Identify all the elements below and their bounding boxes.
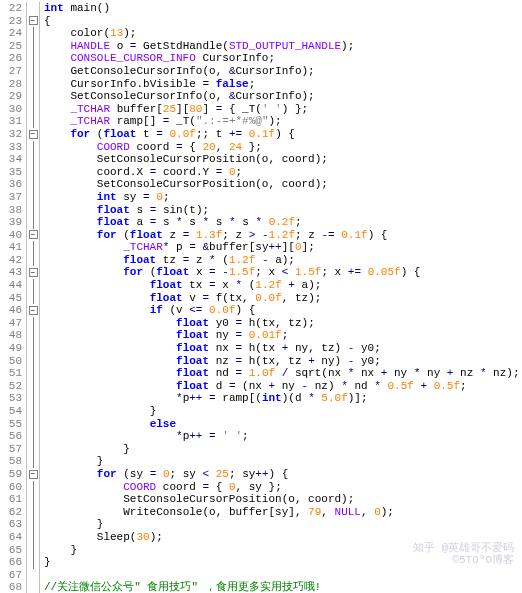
code-line[interactable]: float nd = 1.0f / sqrt(nx * nx + ny * ny… bbox=[44, 367, 522, 380]
fold-slot[interactable]: − bbox=[27, 304, 39, 317]
code-line[interactable]: *p++ = ' '; bbox=[44, 430, 522, 443]
code-line[interactable] bbox=[44, 569, 522, 582]
fold-toggle-icon[interactable]: − bbox=[29, 230, 38, 239]
code-line[interactable]: WriteConsole(o, buffer[sy], 79, NULL, 0)… bbox=[44, 506, 522, 519]
code-line[interactable]: _TCHAR ramp[] = _T(".:-=+*#%@"); bbox=[44, 115, 522, 128]
code-line[interactable]: coord.X = coord.Y = 0; bbox=[44, 166, 522, 179]
fold-slot bbox=[27, 493, 39, 506]
code-line[interactable]: *p++ = ramp[(int)(d * 5.0f)]; bbox=[44, 392, 522, 405]
code-line[interactable]: int main() bbox=[44, 2, 522, 15]
fold-slot[interactable]: − bbox=[27, 15, 39, 28]
code-line[interactable]: color(13); bbox=[44, 27, 522, 40]
fold-gutter[interactable]: −−−−−− bbox=[26, 2, 40, 593]
line-number: 37 bbox=[0, 191, 22, 204]
code-line[interactable]: } bbox=[44, 518, 522, 531]
code-line[interactable]: CONSOLE_CURSOR_INFO CursorInfo; bbox=[44, 52, 522, 65]
fold-slot bbox=[27, 216, 39, 229]
code-line[interactable]: //关注微信公众号" 食用技巧" ，食用更多实用技巧哦! bbox=[44, 581, 522, 593]
line-number-gutter: 2223242526272829303132333435363738394041… bbox=[0, 2, 26, 593]
code-line[interactable]: int sy = 0; bbox=[44, 191, 522, 204]
fold-slot bbox=[27, 430, 39, 443]
fold-slot bbox=[27, 380, 39, 393]
code-line[interactable]: } bbox=[44, 443, 522, 456]
line-number: 33 bbox=[0, 141, 22, 154]
fold-slot[interactable]: − bbox=[27, 468, 39, 481]
code-line[interactable]: else bbox=[44, 418, 522, 431]
fold-slot bbox=[27, 191, 39, 204]
fold-slot bbox=[27, 52, 39, 65]
code-line[interactable]: float d = (nx + ny - nz) * nd * 0.5f + 0… bbox=[44, 380, 522, 393]
code-line[interactable]: float s = sin(t); bbox=[44, 204, 522, 217]
code-line[interactable]: float ny = 0.01f; bbox=[44, 329, 522, 342]
fold-slot bbox=[27, 367, 39, 380]
line-number: 57 bbox=[0, 443, 22, 456]
code-line[interactable]: SetConsoleCursorPosition(o, coord); bbox=[44, 493, 522, 506]
line-number: 29 bbox=[0, 90, 22, 103]
fold-slot bbox=[27, 65, 39, 78]
code-line[interactable]: GetConsoleCursorInfo(o, &CursorInfo); bbox=[44, 65, 522, 78]
line-number: 46 bbox=[0, 304, 22, 317]
fold-slot[interactable]: − bbox=[27, 229, 39, 242]
code-line[interactable]: SetConsoleCursorPosition(o, coord); bbox=[44, 178, 522, 191]
code-line[interactable]: CursorInfo.bVisible = false; bbox=[44, 78, 522, 91]
fold-slot bbox=[27, 115, 39, 128]
code-line[interactable]: HANDLE o = GetStdHandle(STD_OUTPUT_HANDL… bbox=[44, 40, 522, 53]
code-line[interactable]: SetConsoleCursorPosition(o, coord); bbox=[44, 153, 522, 166]
code-line[interactable]: float tz = z * (1.2f - a); bbox=[44, 254, 522, 267]
code-line[interactable]: { bbox=[44, 15, 522, 28]
code-line[interactable]: SetConsoleCursorInfo(o, &CursorInfo); bbox=[44, 90, 522, 103]
code-line[interactable]: COORD coord = { 0, sy }; bbox=[44, 481, 522, 494]
fold-slot bbox=[27, 392, 39, 405]
fold-slot bbox=[27, 166, 39, 179]
code-line[interactable]: float v = f(tx, 0.0f, tz); bbox=[44, 292, 522, 305]
code-line[interactable]: for (float z = 1.3f; z > -1.2f; z -= 0.1… bbox=[44, 229, 522, 242]
line-number: 42 bbox=[0, 254, 22, 267]
code-line[interactable]: COORD coord = { 20, 24 }; bbox=[44, 141, 522, 154]
fold-slot bbox=[27, 317, 39, 330]
line-number: 36 bbox=[0, 178, 22, 191]
fold-slot bbox=[27, 254, 39, 267]
line-number: 51 bbox=[0, 367, 22, 380]
fold-toggle-icon[interactable]: − bbox=[29, 306, 38, 315]
fold-slot bbox=[27, 40, 39, 53]
code-area[interactable]: int main(){ color(13); HANDLE o = GetStd… bbox=[40, 2, 522, 593]
code-line[interactable]: float tx = x * (1.2f + a); bbox=[44, 279, 522, 292]
line-number: 23 bbox=[0, 15, 22, 28]
line-number: 61 bbox=[0, 493, 22, 506]
fold-slot bbox=[27, 355, 39, 368]
code-line[interactable]: } bbox=[44, 455, 522, 468]
fold-toggle-icon[interactable]: − bbox=[29, 16, 38, 25]
line-number: 34 bbox=[0, 153, 22, 166]
line-number: 63 bbox=[0, 518, 22, 531]
code-line[interactable]: float y0 = h(tx, tz); bbox=[44, 317, 522, 330]
fold-slot bbox=[27, 518, 39, 531]
fold-slot bbox=[27, 329, 39, 342]
code-line[interactable]: float a = s * s * s * s * 0.2f; bbox=[44, 216, 522, 229]
line-number: 52 bbox=[0, 380, 22, 393]
fold-slot bbox=[27, 506, 39, 519]
fold-toggle-icon[interactable]: − bbox=[29, 130, 38, 139]
fold-slot[interactable]: − bbox=[27, 266, 39, 279]
line-number: 32 bbox=[0, 128, 22, 141]
code-line[interactable]: _TCHAR buffer[25][80] = { _T(' ') }; bbox=[44, 103, 522, 116]
code-line[interactable]: } bbox=[44, 405, 522, 418]
code-line[interactable]: for (float t = 0.0f;; t += 0.1f) { bbox=[44, 128, 522, 141]
code-line[interactable]: float nx = h(tx + ny, tz) - y0; bbox=[44, 342, 522, 355]
code-line[interactable]: if (v <= 0.0f) { bbox=[44, 304, 522, 317]
line-number: 60 bbox=[0, 481, 22, 494]
fold-slot bbox=[27, 292, 39, 305]
line-number: 67 bbox=[0, 569, 22, 582]
fold-slot bbox=[27, 481, 39, 494]
fold-toggle-icon[interactable]: − bbox=[29, 268, 38, 277]
line-number: 64 bbox=[0, 531, 22, 544]
line-number: 66 bbox=[0, 556, 22, 569]
code-line[interactable]: float nz = h(tx, tz + ny) - y0; bbox=[44, 355, 522, 368]
code-line[interactable]: for (sy = 0; sy < 25; sy++) { bbox=[44, 468, 522, 481]
line-number: 50 bbox=[0, 355, 22, 368]
code-line[interactable]: _TCHAR* p = &buffer[sy++][0]; bbox=[44, 241, 522, 254]
fold-slot[interactable]: − bbox=[27, 128, 39, 141]
fold-toggle-icon[interactable]: − bbox=[29, 470, 38, 479]
line-number: 24 bbox=[0, 27, 22, 40]
code-line[interactable]: for (float x = -1.5f; x < 1.5f; x += 0.0… bbox=[44, 266, 522, 279]
fold-slot bbox=[27, 556, 39, 569]
